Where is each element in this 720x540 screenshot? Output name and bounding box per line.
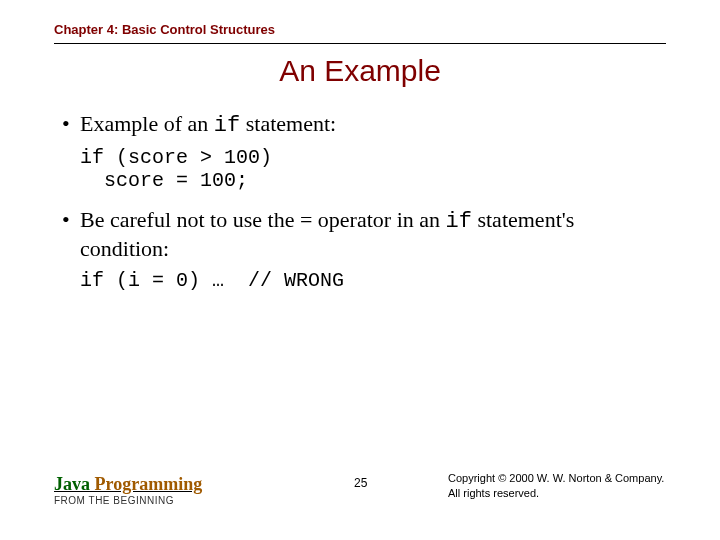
slide: Chapter 4: Basic Control Structures An E… — [0, 0, 720, 540]
bullet-item: Example of an if statement: — [62, 110, 666, 140]
bullet-text: Be careful not to use the — [80, 207, 300, 232]
copyright-line: Copyright © 2000 W. W. Norton & Company. — [448, 472, 664, 484]
copyright-line: All rights reserved. — [448, 487, 539, 499]
code-line: if (score > 100) — [80, 146, 272, 169]
bullet-list: Example of an if statement: — [54, 110, 666, 140]
page-number: 25 — [354, 476, 367, 490]
chapter-label: Chapter 4: Basic Control Structures — [54, 22, 666, 37]
slide-title: An Example — [54, 54, 666, 88]
book-title-word: Programming — [90, 474, 202, 494]
bullet-text: operator in an — [312, 207, 445, 232]
inline-operator: = — [300, 207, 312, 232]
bullet-text: statement: — [240, 111, 336, 136]
bullet-text: Example of an — [80, 111, 214, 136]
code-line: if (i = 0) … // WRONG — [80, 269, 344, 292]
inline-code: if — [446, 209, 472, 234]
book-title: Java Programming — [54, 474, 202, 495]
code-block: if (i = 0) … // WRONG — [80, 269, 666, 292]
code-line: score = 100; — [80, 169, 248, 192]
bullet-list: Be careful not to use the = operator in … — [54, 206, 666, 263]
book-subtitle: FROM THE BEGINNING — [54, 495, 202, 506]
bullet-item: Be careful not to use the = operator in … — [62, 206, 666, 263]
copyright: Copyright © 2000 W. W. Norton & Company.… — [448, 471, 678, 500]
code-block: if (score > 100) score = 100; — [80, 146, 666, 192]
inline-code: if — [214, 113, 240, 138]
divider — [54, 43, 666, 44]
book-title-word: Java — [54, 474, 90, 494]
footer: Java Programming FROM THE BEGINNING 25 C… — [54, 462, 678, 512]
book-brand: Java Programming FROM THE BEGINNING — [54, 474, 202, 506]
